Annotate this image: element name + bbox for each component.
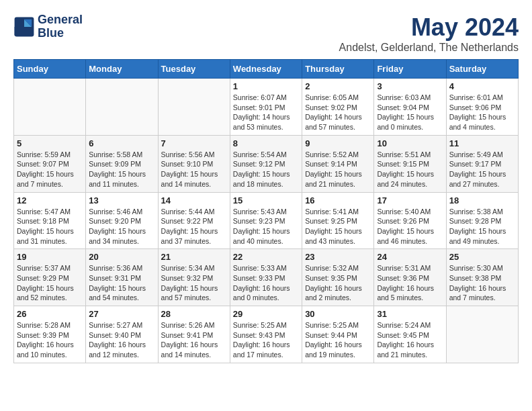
day-number: 1 <box>233 81 299 91</box>
calendar-cell: 21Sunrise: 5:34 AM Sunset: 9:32 PM Dayli… <box>158 249 230 306</box>
day-info: Sunrise: 5:47 AM Sunset: 9:18 PM Dayligh… <box>17 207 83 246</box>
day-info: Sunrise: 5:40 AM Sunset: 9:26 PM Dayligh… <box>377 207 443 246</box>
calendar-cell: 16Sunrise: 5:41 AM Sunset: 9:25 PM Dayli… <box>302 192 374 249</box>
day-info: Sunrise: 5:41 AM Sunset: 9:25 PM Dayligh… <box>305 207 371 246</box>
calendar-cell: 14Sunrise: 5:44 AM Sunset: 9:22 PM Dayli… <box>158 192 230 249</box>
day-number: 15 <box>233 195 299 205</box>
calendar-cell <box>158 79 230 136</box>
header-day-monday: Monday <box>86 60 158 79</box>
calendar-cell: 10Sunrise: 5:51 AM Sunset: 9:15 PM Dayli… <box>374 135 446 192</box>
title-block: May 2024 Andelst, Gelderland, The Nether… <box>339 13 519 54</box>
day-info: Sunrise: 5:52 AM Sunset: 9:14 PM Dayligh… <box>305 150 371 189</box>
calendar-cell: 8Sunrise: 5:54 AM Sunset: 9:12 PM Daylig… <box>230 135 302 192</box>
calendar-cell: 18Sunrise: 5:38 AM Sunset: 9:28 PM Dayli… <box>446 192 518 249</box>
day-info: Sunrise: 6:03 AM Sunset: 9:04 PM Dayligh… <box>377 93 443 132</box>
month-title: May 2024 <box>339 13 519 42</box>
header-row: SundayMondayTuesdayWednesdayThursdayFrid… <box>14 60 519 79</box>
calendar-cell: 17Sunrise: 5:40 AM Sunset: 9:26 PM Dayli… <box>374 192 446 249</box>
day-info: Sunrise: 5:58 AM Sunset: 9:09 PM Dayligh… <box>89 150 154 189</box>
location-subtitle: Andelst, Gelderland, The Netherlands <box>339 42 519 54</box>
day-number: 10 <box>377 138 443 148</box>
calendar-cell: 22Sunrise: 5:33 AM Sunset: 9:33 PM Dayli… <box>230 249 302 306</box>
calendar-cell: 26Sunrise: 5:28 AM Sunset: 9:39 PM Dayli… <box>14 306 86 363</box>
day-number: 14 <box>161 195 227 205</box>
day-info: Sunrise: 5:36 AM Sunset: 9:31 PM Dayligh… <box>89 263 154 303</box>
header-day-friday: Friday <box>374 60 446 79</box>
day-info: Sunrise: 5:54 AM Sunset: 9:12 PM Dayligh… <box>233 150 299 189</box>
week-row-3: 12Sunrise: 5:47 AM Sunset: 9:18 PM Dayli… <box>14 192 519 249</box>
day-info: Sunrise: 5:31 AM Sunset: 9:36 PM Dayligh… <box>377 263 443 303</box>
day-number: 19 <box>17 252 83 262</box>
day-info: Sunrise: 6:07 AM Sunset: 9:01 PM Dayligh… <box>233 93 299 132</box>
week-row-2: 5Sunrise: 5:59 AM Sunset: 9:07 PM Daylig… <box>14 135 519 192</box>
day-number: 29 <box>233 309 299 319</box>
calendar-cell: 12Sunrise: 5:47 AM Sunset: 9:18 PM Dayli… <box>14 192 86 249</box>
calendar-cell: 15Sunrise: 5:43 AM Sunset: 9:23 PM Dayli… <box>230 192 302 249</box>
day-info: Sunrise: 5:34 AM Sunset: 9:32 PM Dayligh… <box>161 263 227 303</box>
calendar-cell: 19Sunrise: 5:37 AM Sunset: 9:29 PM Dayli… <box>14 249 86 306</box>
day-info: Sunrise: 5:25 AM Sunset: 9:43 PM Dayligh… <box>233 320 299 360</box>
calendar-cell: 7Sunrise: 5:56 AM Sunset: 9:10 PM Daylig… <box>158 135 230 192</box>
header-day-saturday: Saturday <box>446 60 518 79</box>
calendar-table: SundayMondayTuesdayWednesdayThursdayFrid… <box>13 59 519 363</box>
week-row-5: 26Sunrise: 5:28 AM Sunset: 9:39 PM Dayli… <box>14 306 519 363</box>
calendar-cell: 5Sunrise: 5:59 AM Sunset: 9:07 PM Daylig… <box>14 135 86 192</box>
calendar-cell: 9Sunrise: 5:52 AM Sunset: 9:14 PM Daylig… <box>302 135 374 192</box>
calendar-cell: 30Sunrise: 5:25 AM Sunset: 9:44 PM Dayli… <box>302 306 374 363</box>
day-number: 6 <box>89 138 154 148</box>
day-info: Sunrise: 6:05 AM Sunset: 9:02 PM Dayligh… <box>305 93 371 132</box>
calendar-cell: 1Sunrise: 6:07 AM Sunset: 9:01 PM Daylig… <box>230 79 302 136</box>
day-number: 22 <box>233 252 299 262</box>
calendar-cell: 3Sunrise: 6:03 AM Sunset: 9:04 PM Daylig… <box>374 79 446 136</box>
day-number: 28 <box>161 309 227 319</box>
day-info: Sunrise: 6:01 AM Sunset: 9:06 PM Dayligh… <box>449 93 515 132</box>
calendar-cell: 13Sunrise: 5:46 AM Sunset: 9:20 PM Dayli… <box>86 192 158 249</box>
day-info: Sunrise: 5:59 AM Sunset: 9:07 PM Dayligh… <box>17 150 83 189</box>
day-info: Sunrise: 5:38 AM Sunset: 9:28 PM Dayligh… <box>449 207 515 246</box>
svg-rect-3 <box>15 27 32 36</box>
day-number: 17 <box>377 195 443 205</box>
day-number: 7 <box>161 138 227 148</box>
day-info: Sunrise: 5:56 AM Sunset: 9:10 PM Dayligh… <box>161 150 227 189</box>
day-number: 20 <box>89 252 154 262</box>
day-number: 5 <box>17 138 83 148</box>
day-number: 8 <box>233 138 299 148</box>
day-number: 3 <box>377 81 443 91</box>
header-day-wednesday: Wednesday <box>230 60 302 79</box>
day-info: Sunrise: 5:37 AM Sunset: 9:29 PM Dayligh… <box>17 263 83 303</box>
day-number: 16 <box>305 195 371 205</box>
day-info: Sunrise: 5:46 AM Sunset: 9:20 PM Dayligh… <box>89 207 154 246</box>
day-number: 26 <box>17 309 83 319</box>
calendar-cell <box>14 79 86 136</box>
header-day-sunday: Sunday <box>14 60 86 79</box>
calendar-cell: 31Sunrise: 5:24 AM Sunset: 9:45 PM Dayli… <box>374 306 446 363</box>
calendar-cell: 20Sunrise: 5:36 AM Sunset: 9:31 PM Dayli… <box>86 249 158 306</box>
day-number: 31 <box>377 309 443 319</box>
day-number: 4 <box>449 81 515 91</box>
calendar-cell: 6Sunrise: 5:58 AM Sunset: 9:09 PM Daylig… <box>86 135 158 192</box>
calendar-cell: 27Sunrise: 5:27 AM Sunset: 9:40 PM Dayli… <box>86 306 158 363</box>
day-info: Sunrise: 5:33 AM Sunset: 9:33 PM Dayligh… <box>233 263 299 303</box>
calendar-cell: 23Sunrise: 5:32 AM Sunset: 9:35 PM Dayli… <box>302 249 374 306</box>
day-number: 12 <box>17 195 83 205</box>
header-day-tuesday: Tuesday <box>158 60 230 79</box>
day-info: Sunrise: 5:32 AM Sunset: 9:35 PM Dayligh… <box>305 263 371 303</box>
week-row-1: 1Sunrise: 6:07 AM Sunset: 9:01 PM Daylig… <box>14 79 519 136</box>
day-number: 13 <box>89 195 154 205</box>
day-number: 21 <box>161 252 227 262</box>
calendar-cell: 4Sunrise: 6:01 AM Sunset: 9:06 PM Daylig… <box>446 79 518 136</box>
day-number: 18 <box>449 195 515 205</box>
day-info: Sunrise: 5:30 AM Sunset: 9:38 PM Dayligh… <box>449 263 515 303</box>
day-number: 27 <box>89 309 154 319</box>
day-number: 30 <box>305 309 371 319</box>
header-day-thursday: Thursday <box>302 60 374 79</box>
day-number: 25 <box>449 252 515 262</box>
day-number: 2 <box>305 81 371 91</box>
logo-icon <box>13 16 35 38</box>
day-number: 24 <box>377 252 443 262</box>
day-info: Sunrise: 5:28 AM Sunset: 9:39 PM Dayligh… <box>17 320 83 360</box>
week-row-4: 19Sunrise: 5:37 AM Sunset: 9:29 PM Dayli… <box>14 249 519 306</box>
day-info: Sunrise: 5:51 AM Sunset: 9:15 PM Dayligh… <box>377 150 443 189</box>
day-info: Sunrise: 5:27 AM Sunset: 9:40 PM Dayligh… <box>89 320 154 360</box>
day-info: Sunrise: 5:26 AM Sunset: 9:41 PM Dayligh… <box>161 320 227 360</box>
